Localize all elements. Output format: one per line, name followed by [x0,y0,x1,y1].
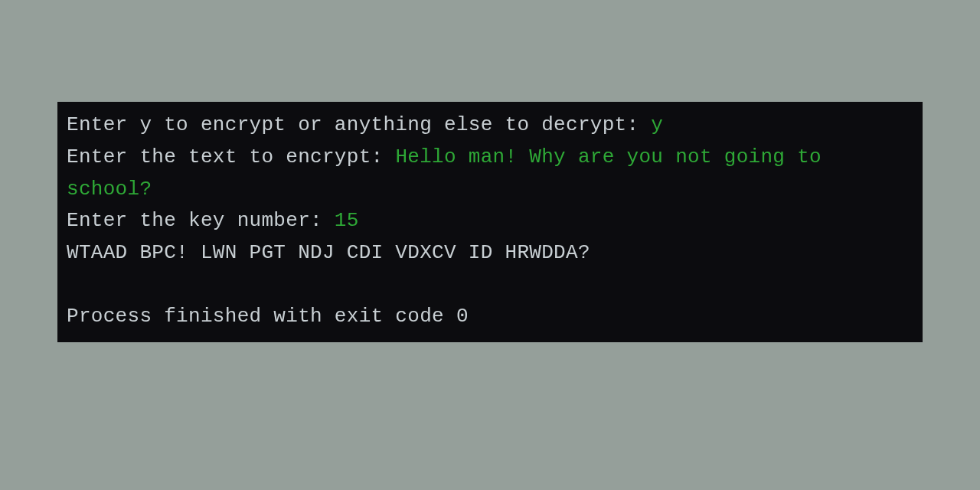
terminal-blank-line [67,269,913,301]
terminal-output-encrypted: WTAAD BPC! LWN PGT NDJ CDI VDXCV ID HRWD… [67,237,913,270]
terminal-line-key-prompt: Enter the key number: 15 [67,205,913,237]
terminal-line-encrypt-prompt: Enter y to encrypt or anything else to d… [67,109,913,142]
user-input-mode: y [651,113,663,136]
prompt-text: Enter the text to encrypt: [67,145,395,168]
user-input-key: 15 [335,209,359,232]
terminal-exit-message: Process finished with exit code 0 [67,301,913,333]
prompt-text: Enter y to encrypt or anything else to d… [67,113,651,136]
prompt-text: Enter the key number: [67,209,335,232]
terminal-line-text-prompt: Enter the text to encrypt: Hello man! Wh… [67,142,913,205]
terminal-output: Enter y to encrypt or anything else to d… [57,102,923,341]
